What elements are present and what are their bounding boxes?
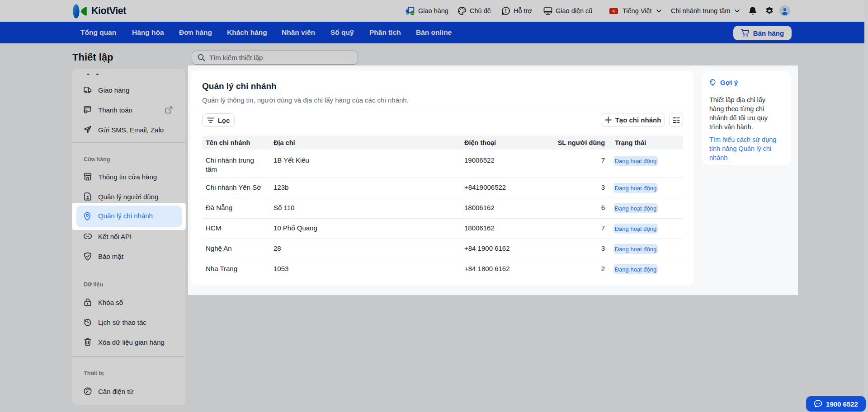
svg-text:$: $ — [85, 110, 87, 113]
